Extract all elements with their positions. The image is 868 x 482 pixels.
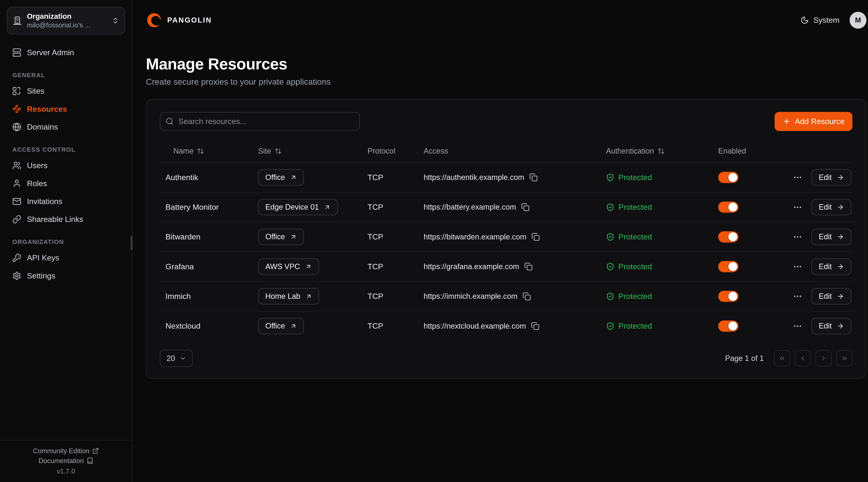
site-link-button[interactable]: AWS VPC (258, 258, 319, 275)
copy-url-button[interactable] (531, 322, 539, 330)
first-page-button[interactable] (774, 350, 790, 366)
arrow-up-right-icon (290, 174, 297, 181)
org-selector[interactable]: Organization milo@fossorial.io's ... (7, 7, 125, 35)
site-link-button[interactable]: Office (258, 318, 304, 334)
search-box (160, 112, 360, 131)
page-size-select[interactable]: 20 (160, 350, 193, 367)
sidebar-footer: Community Edition Documentation v1.7.0 (0, 440, 132, 482)
sidebar-resize-handle[interactable] (131, 236, 132, 250)
page-header: Manage Resources Create secure proxies t… (132, 40, 868, 87)
last-page-button[interactable] (836, 350, 852, 366)
shield-check-icon (606, 262, 614, 271)
plus-icon (782, 117, 791, 125)
sidebar-item-domains[interactable]: Domains (7, 118, 125, 136)
sort-icon[interactable] (657, 148, 665, 155)
copy-url-button[interactable] (523, 292, 531, 300)
row-more-button[interactable] (793, 173, 802, 182)
org-subtitle: milo@fossorial.io's ... (27, 21, 107, 30)
resource-access-url: https://nextcloud.example.com (424, 322, 526, 330)
sort-icon[interactable] (275, 148, 282, 155)
sidebar-item-label: Domains (27, 123, 58, 131)
gear-icon (12, 271, 21, 280)
shield-check-icon (606, 292, 614, 300)
sort-icon[interactable] (197, 148, 204, 155)
sidebar: Organization milo@fossorial.io's ... Ser… (0, 0, 132, 482)
auth-status: Protected (618, 173, 652, 182)
ellipsis-icon (793, 262, 802, 271)
sidebar-item-label: Roles (27, 180, 47, 187)
copy-url-button[interactable] (524, 262, 533, 271)
row-more-button[interactable] (793, 232, 802, 242)
sidebar-item-settings[interactable]: Settings (7, 267, 125, 285)
enabled-toggle[interactable] (718, 291, 738, 302)
resource-name: Authentik (160, 173, 258, 182)
add-resource-button[interactable]: Add Resource (775, 112, 852, 131)
resource-name: Bitwarden (160, 232, 258, 242)
enabled-toggle[interactable] (718, 231, 738, 243)
edit-button[interactable]: Edit (811, 169, 851, 186)
sidebar-item-users[interactable]: Users (7, 157, 125, 174)
resource-access-url: https://battery.example.com (424, 203, 516, 211)
site-link-button[interactable]: Edge Device 01 (258, 199, 338, 216)
theme-toggle[interactable]: System (801, 15, 840, 25)
sidebar-item-resources[interactable]: Resources (7, 100, 125, 118)
sidebar-item-label: Settings (27, 272, 55, 280)
arrow-right-icon (837, 322, 844, 330)
toggle-knob (728, 322, 738, 330)
search-input[interactable] (160, 112, 360, 131)
arrow-right-icon (837, 233, 844, 240)
resource-access-url: https://authentik.example.com (424, 173, 524, 182)
user-avatar[interactable]: M (849, 12, 866, 29)
copy-icon (531, 233, 540, 241)
row-more-button[interactable] (793, 202, 802, 212)
arrow-right-icon (837, 293, 844, 300)
table-row: Authentik Office TCP https://authentik.e… (160, 162, 852, 192)
copy-url-button[interactable] (521, 203, 529, 211)
ellipsis-icon (793, 173, 802, 182)
ellipsis-icon (793, 232, 802, 242)
resource-protocol: TCP (368, 232, 424, 242)
sidebar-item-invitations[interactable]: Invitations (7, 192, 125, 210)
resource-protocol: TCP (368, 322, 424, 330)
sidebar-item-label: Users (27, 162, 48, 169)
row-more-button[interactable] (793, 262, 802, 271)
enabled-toggle[interactable] (718, 320, 738, 332)
edit-button[interactable]: Edit (811, 199, 851, 216)
row-more-button[interactable] (793, 291, 802, 301)
documentation-link[interactable]: Documentation (0, 456, 132, 466)
sidebar-item-roles[interactable]: Roles (7, 174, 125, 192)
building-icon (13, 16, 22, 25)
moon-icon (801, 16, 809, 24)
sidebar-item-shareable-links[interactable]: Shareable Links (7, 210, 125, 228)
section-label-general: GENERAL (12, 72, 120, 79)
enabled-toggle[interactable] (718, 172, 738, 183)
next-page-button[interactable] (815, 350, 832, 366)
site-link-button[interactable]: Office (258, 229, 304, 245)
enabled-toggle[interactable] (718, 202, 738, 213)
row-more-button[interactable] (793, 321, 802, 331)
edit-button[interactable]: Edit (811, 229, 851, 245)
resource-protocol: TCP (368, 203, 424, 212)
enabled-toggle[interactable] (718, 261, 738, 272)
site-link-button[interactable]: Home Lab (258, 288, 319, 304)
copy-url-button[interactable] (529, 173, 538, 182)
community-edition-link[interactable]: Community Edition (0, 446, 132, 456)
arrow-up-right-icon (324, 204, 331, 211)
book-icon (87, 457, 93, 464)
sidebar-item-api-keys[interactable]: API Keys (7, 249, 125, 267)
site-link-button[interactable]: Office (258, 169, 304, 186)
prev-page-button[interactable] (795, 350, 811, 366)
resources-table: Name Site Protocol Access Authentication… (160, 140, 852, 341)
section-label-organization: ORGANIZATION (12, 238, 120, 246)
globe-icon (12, 123, 21, 131)
edit-button[interactable]: Edit (811, 318, 851, 334)
sidebar-item-server-admin[interactable]: Server Admin (7, 43, 125, 61)
resource-name: Battery Monitor (160, 203, 258, 212)
sidebar-item-sites[interactable]: Sites (7, 82, 125, 100)
edit-button[interactable]: Edit (811, 258, 851, 275)
copy-url-button[interactable] (531, 233, 540, 241)
arrow-up-right-icon (290, 323, 297, 329)
edit-button[interactable]: Edit (811, 288, 851, 304)
external-link-icon (92, 447, 99, 454)
table-row: Immich Home Lab TCP https://immich.examp… (160, 281, 852, 311)
